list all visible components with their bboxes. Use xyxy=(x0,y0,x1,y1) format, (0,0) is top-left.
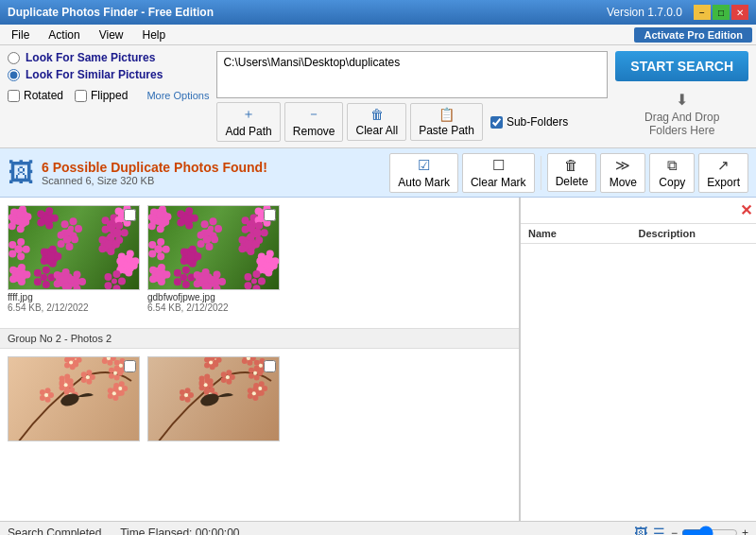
copy-label: Copy xyxy=(659,176,685,189)
photo-thumbnail[interactable] xyxy=(147,356,280,441)
photo-item: ffff.jpg 6.54 KB, 2/12/2022 xyxy=(8,205,140,313)
drag-drop-icon: ⬇ xyxy=(676,91,688,109)
rotated-option[interactable]: Rotated xyxy=(8,89,63,102)
flipped-checkbox[interactable] xyxy=(75,90,87,102)
photo-image xyxy=(148,357,280,441)
add-path-label: Add Path xyxy=(225,125,271,138)
zoom-slider[interactable] xyxy=(681,526,738,536)
right-panel: ✕ Name Description xyxy=(520,198,756,521)
results-photo-icon: 🖼 xyxy=(8,157,34,188)
clear-mark-button[interactable]: ☐ Clear Mark xyxy=(462,153,535,193)
photo-group-2 xyxy=(0,349,519,457)
subfolder-option[interactable]: Sub-Folders xyxy=(490,115,568,129)
path-input[interactable]: C:\Users\Mansi\Desktop\duplicates xyxy=(216,51,608,98)
drag-drop-area: ⬇ Drag And DropFolders Here xyxy=(644,91,719,137)
results-scan-text: Scanned 6, Size 320 KB xyxy=(42,175,267,186)
remove-icon: － xyxy=(307,106,320,123)
clear-all-button[interactable]: 🗑 Clear All xyxy=(347,103,406,141)
status-text: Search Completed. xyxy=(8,526,105,536)
minimize-button[interactable]: − xyxy=(694,5,711,20)
top-section: Look For Same Pictures Look For Similar … xyxy=(0,45,756,148)
zoom-out-icon[interactable]: − xyxy=(671,526,678,536)
maximize-button[interactable]: □ xyxy=(713,5,730,20)
move-label: Move xyxy=(610,176,637,189)
clear-all-label: Clear All xyxy=(355,124,398,137)
start-search-button[interactable]: START SEARCH xyxy=(615,51,748,81)
photo-item xyxy=(8,356,140,441)
same-pictures-label: Look For Same Pictures xyxy=(26,51,155,64)
flipped-option[interactable]: Flipped xyxy=(75,89,128,102)
similar-pictures-label: Look For Similar Pictures xyxy=(26,68,163,81)
clear-all-icon: 🗑 xyxy=(370,107,384,122)
photo-thumbnail[interactable] xyxy=(8,205,140,290)
close-button[interactable]: ✕ xyxy=(731,5,748,20)
title-bar: Duplicate Photos Finder - Free Edition V… xyxy=(0,0,756,25)
menu-file[interactable]: File xyxy=(4,26,37,43)
clear-mark-label: Clear Mark xyxy=(471,176,526,189)
rotated-label: Rotated xyxy=(24,89,63,102)
menu-view[interactable]: View xyxy=(92,26,131,43)
results-count-text: 6 Possible Duplicate Photos Found! xyxy=(42,160,267,175)
more-options-link[interactable]: More Options xyxy=(146,90,209,101)
rotated-checkbox[interactable] xyxy=(8,90,20,102)
path-area: C:\Users\Mansi\Desktop\duplicates ＋ Add … xyxy=(216,51,608,142)
window-controls: − □ ✕ xyxy=(694,5,748,20)
paste-icon: 📋 xyxy=(438,107,455,122)
photo-item xyxy=(147,356,280,441)
status-grid-icon[interactable]: 🖼 xyxy=(634,526,647,536)
paste-path-label: Paste Path xyxy=(419,124,474,137)
photo-thumbnail[interactable] xyxy=(147,205,280,290)
photo-thumbnail[interactable] xyxy=(8,356,140,441)
zoom-in-icon[interactable]: + xyxy=(742,526,748,536)
photos-panel[interactable]: ffff.jpg 6.54 KB, 2/12/2022 gdbfwofjpwe.… xyxy=(0,198,520,521)
photo-image xyxy=(9,206,140,290)
paste-path-button[interactable]: 📋 Paste Path xyxy=(410,103,483,141)
auto-mark-button[interactable]: ☑ Auto Mark xyxy=(389,153,458,193)
photo-select-checkbox[interactable] xyxy=(124,360,136,372)
photo-select-checkbox[interactable] xyxy=(124,209,136,221)
table-header-row: Name Description xyxy=(521,224,756,244)
photo-image xyxy=(148,206,280,290)
remove-label: Remove xyxy=(293,125,335,138)
photo-select-checkbox[interactable] xyxy=(264,209,276,221)
time-elapsed-text: Time Elapsed: 00:00:00 xyxy=(120,526,239,536)
results-toolbar: ☑ Auto Mark ☐ Clear Mark 🗑 Delete ≫ Move… xyxy=(389,153,748,193)
export-button[interactable]: ↗ Export xyxy=(698,153,748,193)
activate-pro-button[interactable]: Activate Pro Edition xyxy=(634,27,752,43)
similar-pictures-option[interactable]: Look For Similar Pictures xyxy=(8,68,209,81)
copy-button[interactable]: ⧉ Copy xyxy=(649,153,695,193)
right-panel-close-button[interactable]: ✕ xyxy=(740,201,752,219)
add-icon: ＋ xyxy=(242,106,255,123)
move-icon: ≫ xyxy=(615,157,630,174)
auto-mark-icon: ☑ xyxy=(418,157,430,174)
status-zoom-control[interactable]: − + xyxy=(671,526,748,536)
similar-pictures-radio[interactable] xyxy=(8,69,20,81)
delete-button[interactable]: 🗑 Delete xyxy=(547,153,597,192)
remove-button[interactable]: － Remove xyxy=(284,102,344,142)
start-search-area: START SEARCH ⬇ Drag And DropFolders Here xyxy=(615,51,748,137)
photo-info: 6.54 KB, 2/12/2022 xyxy=(147,302,229,313)
menu-help[interactable]: Help xyxy=(135,26,174,43)
auto-mark-label: Auto Mark xyxy=(398,176,450,189)
add-path-button[interactable]: ＋ Add Path xyxy=(216,102,280,142)
toolbar-divider xyxy=(541,156,541,190)
photo-select-checkbox[interactable] xyxy=(264,360,276,372)
photo-group-1: ffff.jpg 6.54 KB, 2/12/2022 gdbfwofjpwe.… xyxy=(0,198,519,328)
drag-drop-label: Drag And DropFolders Here xyxy=(644,111,719,137)
menu-action[interactable]: Action xyxy=(41,26,87,43)
right-panel-table: Name Description xyxy=(521,224,756,521)
status-text-area: Search Completed. Time Elapsed: 00:00:00 xyxy=(8,526,240,536)
search-options-panel: Look For Same Pictures Look For Similar … xyxy=(8,51,209,102)
status-right: 🖼 ☰ − + xyxy=(634,526,748,536)
subfolder-label: Sub-Folders xyxy=(507,115,568,129)
subfolder-checkbox[interactable] xyxy=(490,116,503,129)
same-pictures-radio[interactable] xyxy=(8,52,20,64)
move-button[interactable]: ≫ Move xyxy=(600,153,645,193)
photo-filename: gdbfwofjpwe.jpg xyxy=(147,292,215,302)
status-list-icon[interactable]: ☰ xyxy=(653,526,665,536)
right-panel-header: ✕ xyxy=(521,198,756,224)
status-bar: Search Completed. Time Elapsed: 00:00:00… xyxy=(0,521,756,535)
photo-item: gdbfwofjpwe.jpg 6.54 KB, 2/12/2022 xyxy=(147,205,280,313)
same-pictures-option[interactable]: Look For Same Pictures xyxy=(8,51,209,64)
path-toolbar: ＋ Add Path － Remove 🗑 Clear All 📋 Paste … xyxy=(216,102,608,142)
